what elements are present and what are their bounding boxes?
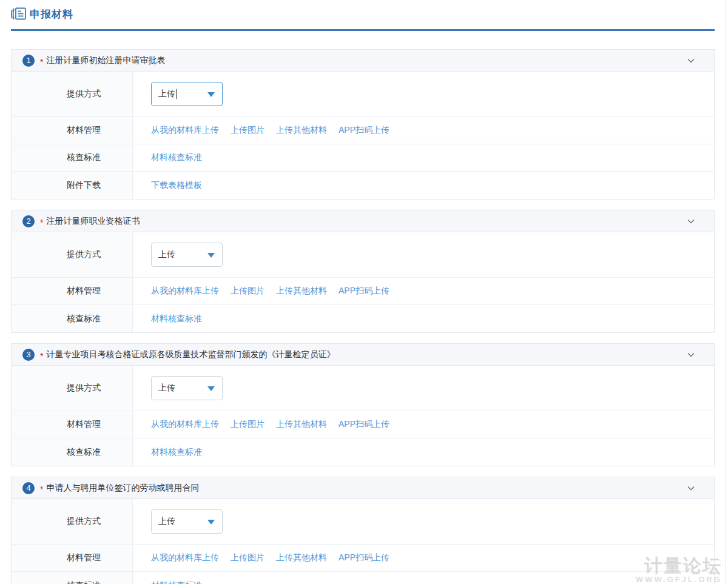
row-links: 从我的材料库上传上传图片上传其他材料APP扫码上传: [133, 278, 714, 304]
material-action-link[interactable]: 材料核查标准: [151, 580, 202, 584]
dropdown-selected-value: 上传: [158, 516, 175, 527]
material-section: 2 * 注册计量师职业资格证书 提供方式 上传 材料管理 从我的材料库上传上传图…: [11, 210, 715, 333]
section-number-badge: 2: [22, 215, 35, 227]
material-action-link[interactable]: 材料核查标准: [151, 447, 202, 458]
material-action-link[interactable]: 材料核查标准: [151, 152, 202, 163]
chevron-down-icon[interactable]: [686, 483, 696, 493]
material-action-link[interactable]: 从我的材料库上传: [151, 286, 219, 297]
chevron-down-icon[interactable]: [686, 350, 696, 360]
material-action-link[interactable]: 上传图片: [231, 552, 265, 563]
required-asterisk: *: [40, 57, 43, 67]
table-row: 提供方式 上传: [12, 366, 714, 411]
declaration-materials-page: 申报材料 1 * 注册计量师初始注册申请审批表 提供方式 上传 材料管理 从我的…: [0, 0, 728, 584]
section-title: 申请人与聘用单位签订的劳动或聘用合同: [46, 483, 199, 494]
section-title: 注册计量师职业资格证书: [46, 216, 140, 227]
row-content: 上传: [133, 72, 714, 116]
dropdown-selected-value: 上传: [158, 89, 175, 99]
chevron-down-icon[interactable]: [686, 216, 696, 226]
table-row: 材料管理 从我的材料库上传上传图片上传其他材料APP扫码上传: [12, 117, 714, 144]
material-section: 3 * 计量专业项目考核合格证或原各级质量技术监督部门颁发的《计量检定员证》 提…: [11, 343, 715, 466]
row-content: 上传: [133, 232, 714, 277]
row-links: 材料核查标准: [133, 438, 714, 466]
table-row: 提供方式 上传: [12, 232, 714, 278]
section-number-badge: 3: [22, 349, 35, 361]
section-number-badge: 4: [22, 482, 35, 494]
section-rows: 提供方式 上传 材料管理 从我的材料库上传上传图片上传其他材料APP扫码上传 核…: [12, 232, 714, 332]
row-links: 材料核查标准: [133, 144, 714, 171]
provide-method-dropdown[interactable]: 上传: [151, 82, 223, 106]
row-label: 附件下载: [12, 172, 133, 199]
material-section: 1 * 注册计量师初始注册申请审批表 提供方式 上传 材料管理 从我的材料库上传…: [11, 49, 715, 200]
provide-method-dropdown[interactable]: 上传: [151, 509, 223, 534]
dropdown-arrow-icon: [207, 92, 215, 97]
row-label: 材料管理: [12, 411, 133, 438]
row-label: 提供方式: [12, 232, 133, 277]
page-title: 申报材料: [30, 7, 73, 21]
table-row: 核查标准 材料核查标准: [12, 305, 714, 332]
table-row: 材料管理 从我的材料库上传上传图片上传其他材料APP扫码上传: [12, 278, 714, 305]
sections-container: 1 * 注册计量师初始注册申请审批表 提供方式 上传 材料管理 从我的材料库上传…: [0, 31, 728, 584]
row-links: 从我的材料库上传上传图片上传其他材料APP扫码上传: [133, 117, 714, 144]
row-content: 上传: [133, 499, 714, 544]
page-header: 申报材料: [0, 0, 728, 23]
provide-method-dropdown[interactable]: 上传: [151, 243, 223, 267]
row-links: 从我的材料库上传上传图片上传其他材料APP扫码上传: [133, 411, 714, 438]
row-label: 提供方式: [12, 366, 133, 411]
table-row: 核查标准 材料核查标准: [12, 144, 714, 172]
material-action-link[interactable]: 从我的材料库上传: [151, 419, 219, 430]
chevron-down-icon[interactable]: [686, 56, 696, 65]
table-row: 提供方式 上传: [12, 72, 714, 117]
provide-method-dropdown[interactable]: 上传: [151, 376, 223, 400]
section-title: 计量专业项目考核合格证或原各级质量技术监督部门颁发的《计量检定员证》: [46, 349, 335, 360]
row-label: 提供方式: [12, 72, 133, 116]
section-header[interactable]: 2 * 注册计量师职业资格证书: [12, 210, 714, 232]
section-header[interactable]: 1 * 注册计量师初始注册申请审批表: [12, 50, 714, 72]
material-action-link[interactable]: 上传其他材料: [276, 552, 327, 563]
row-label: 提供方式: [12, 499, 133, 544]
row-label: 材料管理: [12, 545, 133, 571]
table-row: 材料管理 从我的材料库上传上传图片上传其他材料APP扫码上传: [12, 411, 714, 438]
section-header[interactable]: 3 * 计量专业项目考核合格证或原各级质量技术监督部门颁发的《计量检定员证》: [12, 344, 714, 366]
row-links: 材料核查标准: [133, 572, 714, 584]
dropdown-arrow-icon: [207, 386, 215, 391]
section-title: 注册计量师初始注册申请审批表: [46, 55, 165, 66]
section-rows: 提供方式 上传 材料管理 从我的材料库上传上传图片上传其他材料APP扫码上传 核…: [12, 499, 714, 584]
required-asterisk: *: [40, 218, 43, 227]
row-content: 上传: [133, 366, 714, 411]
material-action-link[interactable]: 从我的材料库上传: [151, 552, 219, 563]
row-links: 从我的材料库上传上传图片上传其他材料APP扫码上传: [133, 545, 714, 571]
material-action-link[interactable]: 上传图片: [231, 286, 265, 297]
material-action-link[interactable]: 上传其他材料: [276, 286, 327, 297]
row-label: 核查标准: [12, 572, 133, 584]
dropdown-selected-value: 上传: [158, 383, 175, 394]
material-section: 4 * 申请人与聘用单位签订的劳动或聘用合同 提供方式 上传 材料管理 从我的材…: [11, 477, 715, 584]
material-action-link[interactable]: 从我的材料库上传: [151, 125, 219, 136]
table-row: 材料管理 从我的材料库上传上传图片上传其他材料APP扫码上传: [12, 545, 714, 572]
material-action-link[interactable]: APP扫码上传: [339, 125, 389, 136]
material-action-link[interactable]: 上传图片: [231, 125, 265, 136]
material-action-link[interactable]: 上传其他材料: [276, 125, 327, 136]
table-row: 附件下载 下载表格模板: [12, 172, 714, 199]
section-header[interactable]: 4 * 申请人与聘用单位签订的劳动或聘用合同: [12, 477, 714, 499]
material-action-link[interactable]: 上传其他材料: [276, 419, 327, 430]
material-action-link[interactable]: 上传图片: [231, 419, 265, 430]
row-label: 材料管理: [12, 278, 133, 304]
required-asterisk: *: [40, 351, 43, 361]
material-action-link[interactable]: 下载表格模板: [151, 180, 202, 191]
material-action-link[interactable]: 材料核查标准: [151, 314, 202, 324]
row-label: 核查标准: [12, 144, 133, 171]
row-label: 核查标准: [12, 438, 133, 466]
material-action-link[interactable]: APP扫码上传: [339, 286, 389, 297]
section-rows: 提供方式 上传 材料管理 从我的材料库上传上传图片上传其他材料APP扫码上传 核…: [12, 366, 714, 466]
text-cursor: [176, 89, 177, 99]
dropdown-selected-value: 上传: [158, 249, 175, 260]
row-label: 材料管理: [12, 117, 133, 144]
material-action-link[interactable]: APP扫码上传: [339, 552, 389, 563]
table-row: 核查标准 材料核查标准: [12, 438, 714, 466]
material-action-link[interactable]: APP扫码上传: [339, 419, 389, 430]
row-links: 材料核查标准: [133, 305, 714, 332]
dropdown-arrow-icon: [207, 520, 215, 525]
documents-icon: [10, 5, 28, 23]
row-links: 下载表格模板: [133, 172, 714, 199]
row-label: 核查标准: [12, 305, 133, 332]
